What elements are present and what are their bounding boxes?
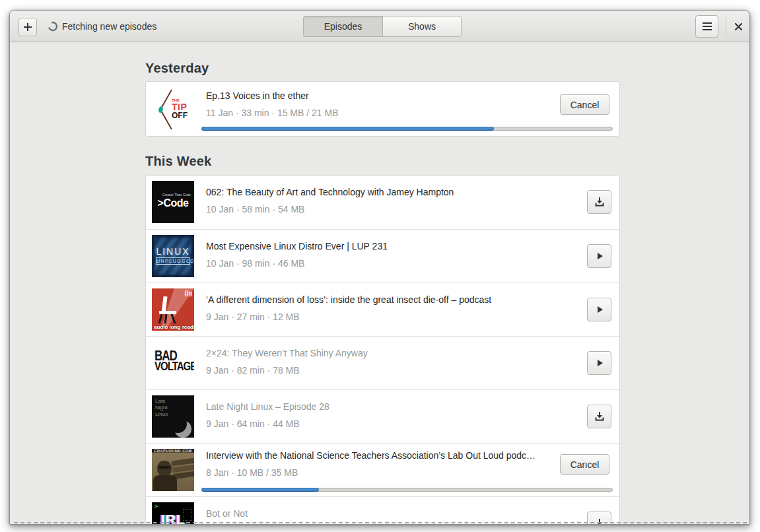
episode-meta: 9 Jan · 64 min · 44 MB bbox=[206, 418, 300, 429]
episode-meta: 8 Jan · 10 MB / 35 MB bbox=[206, 467, 298, 478]
tab-episodes[interactable]: Episodes bbox=[303, 16, 382, 37]
episode-title: Most Expensive Linux Distro Ever | LUP 2… bbox=[206, 241, 555, 251]
podcast-artwork-late-night-linux: LateNightLinux bbox=[152, 395, 194, 438]
episode-meta: 10 Jan · 98 min · 46 MB bbox=[206, 258, 304, 269]
menu-button[interactable] bbox=[695, 15, 718, 38]
episode-row: CRAPHOUND.COM Interview with the Nationa… bbox=[146, 443, 619, 496]
header-separator bbox=[726, 17, 726, 36]
episode-title: 2×24: They Weren’t That Shiny Anyway bbox=[206, 348, 555, 358]
podcast-artwork-audio-long-reads: ((g audio long reads bbox=[152, 288, 194, 331]
hamburger-icon bbox=[702, 22, 712, 31]
episode-card-downloading: THE TIP OFF Ep.13 Voices in the ether 11… bbox=[145, 81, 620, 137]
play-episode-button[interactable] bbox=[587, 298, 611, 321]
download-progressbar bbox=[201, 127, 613, 131]
download-icon bbox=[594, 518, 605, 525]
episode-row: LateNightLinux Late Night Linux – Episod… bbox=[146, 389, 619, 443]
episode-row: Greater Than Code >Code 062: The Beauty … bbox=[146, 176, 619, 229]
download-episode-button[interactable] bbox=[587, 405, 611, 428]
episode-row: LINUX UNPLUGGED Most Expensive Linux Dis… bbox=[146, 229, 619, 283]
section-title-this-week: This Week bbox=[145, 154, 211, 169]
moon-shape bbox=[174, 420, 191, 438]
close-window-button[interactable] bbox=[730, 18, 747, 34]
cancel-download-button[interactable]: Cancel bbox=[560, 94, 609, 115]
podcast-artwork-bad-voltage: BAD VOLTAGE bbox=[152, 342, 194, 384]
episode-list: Greater Than Code >Code 062: The Beauty … bbox=[145, 175, 620, 525]
tab-shows[interactable]: Shows bbox=[382, 16, 462, 37]
play-episode-button[interactable] bbox=[587, 244, 611, 268]
play-icon bbox=[595, 305, 604, 314]
download-icon bbox=[594, 197, 605, 207]
episode-title: Ep.13 Voices in the ether bbox=[206, 90, 555, 101]
podcast-artwork-linux-unplugged: LINUX UNPLUGGED bbox=[152, 235, 194, 277]
episode-title: ‘A different dimension of loss’: inside … bbox=[206, 294, 555, 305]
episode-row: BAD VOLTAGE 2×24: They Weren’t That Shin… bbox=[146, 336, 619, 389]
add-podcast-button[interactable] bbox=[18, 18, 37, 36]
episode-row: ((g audio long reads ‘A different dimens… bbox=[146, 283, 619, 336]
episode-meta: 9 Jan · 27 min · 12 MB bbox=[206, 312, 300, 322]
episodes-scroll-area[interactable]: Yesterday THE TIP OFF Ep.13 Voices in th bbox=[10, 42, 750, 525]
episode-meta: 11 Jan · 33 min · 15 MB / 21 MB bbox=[206, 108, 339, 118]
plus-icon bbox=[23, 22, 32, 32]
download-progress-fill bbox=[201, 488, 319, 492]
headerbar: Fetching new episodes Episodes Shows bbox=[10, 11, 749, 42]
scroll-undershoot-indicator bbox=[14, 522, 747, 523]
podcast-artwork-greater-than-code: Greater Than Code >Code bbox=[152, 181, 194, 223]
download-episode-button[interactable] bbox=[587, 190, 611, 214]
episode-title: 062: The Beauty of Art and Technology wi… bbox=[206, 187, 555, 197]
spinner-icon bbox=[48, 21, 58, 32]
download-progress-fill bbox=[201, 127, 494, 131]
episode-title: Bot or Not bbox=[206, 508, 555, 519]
episode-meta: 10 Jan · 58 min · 54 MB bbox=[206, 204, 304, 215]
episode-title: Interview with the National Science Teac… bbox=[206, 450, 555, 461]
episode-meta: 9 Jan · 82 min · 78 MB bbox=[206, 365, 300, 376]
episode-row: > IRL Bot or Not bbox=[146, 496, 619, 525]
play-icon bbox=[595, 251, 604, 261]
cancel-download-button[interactable]: Cancel bbox=[560, 454, 609, 475]
app-window: Fetching new episodes Episodes Shows Yes… bbox=[9, 10, 750, 525]
download-icon bbox=[594, 411, 605, 422]
status-label: Fetching new episodes bbox=[62, 11, 156, 42]
podcast-artwork-irl: > IRL bbox=[152, 502, 194, 525]
podcast-artwork-craphound: CRAPHOUND.COM bbox=[152, 449, 194, 491]
play-episode-button[interactable] bbox=[587, 351, 611, 375]
podcast-artwork-tip-off: THE TIP OFF bbox=[152, 88, 194, 131]
download-progressbar bbox=[201, 488, 613, 492]
play-icon bbox=[595, 358, 604, 368]
episode-title: Late Night Linux – Episode 28 bbox=[206, 401, 555, 412]
close-icon bbox=[734, 22, 743, 31]
view-switcher: Episodes Shows bbox=[303, 16, 462, 37]
section-title-yesterday: Yesterday bbox=[145, 61, 209, 76]
